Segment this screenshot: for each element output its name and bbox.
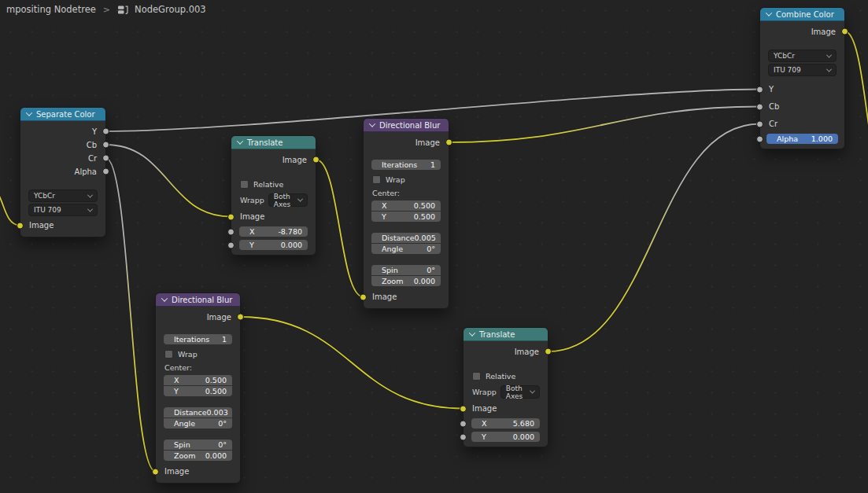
value-field[interactable]: Y0.500 — [371, 212, 441, 222]
field-y[interactable]: Y0.500 — [156, 386, 240, 396]
socket-label: Cr — [769, 120, 778, 128]
socket-out-cr[interactable] — [102, 155, 109, 162]
field-angle[interactable]: Angle0° — [156, 418, 240, 429]
field-y[interactable]: Y0.000 — [464, 432, 548, 442]
socket-in-image[interactable] — [17, 222, 24, 229]
value-field[interactable]: X5.680 — [471, 418, 540, 429]
value-field[interactable]: Zoom0.000 — [371, 276, 441, 286]
socket-out-image[interactable] — [445, 139, 452, 146]
socket-in-alpha[interactable] — [756, 135, 763, 142]
socket-out-image[interactable] — [237, 314, 244, 321]
socket-in-y[interactable] — [460, 433, 467, 440]
collapse-chevron-icon[interactable] — [766, 9, 772, 16]
value-field[interactable]: X-8.780 — [239, 226, 308, 237]
socket-out-cb[interactable] — [102, 142, 109, 149]
field-value: 0.500 — [205, 387, 227, 396]
socket-in-image[interactable] — [360, 293, 367, 300]
node-header[interactable]: Separate Color — [20, 108, 105, 121]
field-spin[interactable]: Spin0° — [364, 265, 449, 275]
dropdown-ycbcr[interactable]: YCbCr — [28, 189, 98, 202]
socket-out-alpha[interactable] — [102, 168, 109, 175]
socket-out-y[interactable] — [102, 128, 109, 135]
field-iterations[interactable]: Iterations1 — [364, 160, 449, 170]
node-header[interactable]: Directional Blur — [156, 293, 240, 307]
socket-in-y[interactable] — [227, 241, 235, 248]
socket-in-y[interactable] — [756, 86, 763, 93]
socket-in-cb[interactable] — [756, 103, 763, 110]
collapse-chevron-icon[interactable] — [237, 138, 243, 144]
row-gap — [156, 396, 240, 405]
value-field[interactable]: Spin0° — [371, 265, 441, 275]
field-distance[interactable]: Distance0.005 — [364, 233, 449, 243]
checkbox-wrap[interactable] — [372, 175, 381, 184]
field-x[interactable]: X-8.780 — [231, 226, 316, 237]
field-angle[interactable]: Angle0° — [364, 244, 449, 254]
dropdown-value: Both Axes — [506, 384, 530, 400]
value-field[interactable]: Y0.500 — [164, 386, 232, 396]
field-y[interactable]: Y0.500 — [364, 212, 449, 222]
breadcrumb-tree-name[interactable]: mpositing Nodetree — [6, 4, 96, 15]
node-header[interactable]: Combine Color — [760, 8, 844, 21]
checkbox-relative[interactable] — [472, 372, 481, 381]
node-combine-color[interactable]: Combine ColorImageYCbCrITU 709YCbCrAlpha… — [759, 7, 845, 149]
socket-in-image[interactable] — [460, 405, 467, 412]
field-spin[interactable]: Spin0° — [156, 440, 240, 450]
node-header[interactable]: Translate — [464, 328, 548, 341]
value-field[interactable]: Angle0° — [371, 244, 441, 254]
field-distance[interactable]: Distance0.003 — [156, 407, 240, 418]
node-header[interactable]: Translate — [231, 136, 316, 149]
dropdown-ycbcr[interactable]: YCbCr — [768, 50, 837, 62]
checkbox-relative[interactable] — [240, 180, 249, 189]
node-translate-2[interactable]: TranslateImageRelativeWrappBoth AxesImag… — [463, 327, 549, 447]
value-field[interactable]: X0.500 — [371, 201, 441, 211]
node-directional-blur-2[interactable]: Directional BlurImageIterations1WrapCent… — [155, 292, 241, 484]
field-alpha[interactable]: Alpha1.000 — [760, 134, 844, 144]
value-field[interactable]: Distance0.003 — [164, 407, 232, 418]
field-x[interactable]: X5.680 — [464, 418, 548, 429]
value-field[interactable]: X0.500 — [164, 375, 232, 385]
chevron-down-icon — [826, 52, 832, 57]
value-field[interactable]: Y0.000 — [239, 240, 308, 250]
output-row-cb: Cb — [20, 138, 105, 151]
collapse-chevron-icon[interactable] — [26, 109, 32, 116]
socket-in-x[interactable] — [227, 228, 235, 235]
value-field[interactable]: Alpha1.000 — [766, 134, 838, 144]
socket-out-image[interactable] — [545, 348, 552, 355]
value-field[interactable]: Zoom0.000 — [164, 451, 232, 461]
node-separate-color[interactable]: Separate ColorYCbCrAlphaYCbCrITU 709Imag… — [20, 107, 106, 237]
value-field[interactable]: Iterations1 — [371, 160, 441, 170]
collapse-chevron-icon[interactable] — [161, 295, 168, 301]
field-zoom[interactable]: Zoom0.000 — [364, 276, 449, 286]
socket-in-image[interactable] — [227, 213, 235, 220]
socket-in-image[interactable] — [152, 468, 159, 475]
value-field[interactable]: Distance0.005 — [371, 233, 441, 243]
node-header[interactable]: Directional Blur — [364, 119, 449, 132]
checkbox-label: Relative — [253, 180, 283, 189]
checkbox-wrap[interactable] — [164, 350, 173, 359]
value-field[interactable]: Iterations1 — [164, 334, 232, 344]
node-translate-1[interactable]: TranslateImageRelativeWrappBoth AxesImag… — [231, 135, 316, 256]
field-iterations[interactable]: Iterations1 — [156, 334, 240, 344]
socket-out-image[interactable] — [841, 28, 848, 35]
socket-in-x[interactable] — [460, 420, 467, 427]
value-field[interactable]: Y0.000 — [471, 432, 540, 442]
checkbox-row-wrap: Wrap — [364, 175, 449, 185]
value-field[interactable]: Spin0° — [164, 440, 232, 450]
field-x[interactable]: X0.500 — [364, 201, 449, 211]
dropdown-both-axes[interactable]: Both Axes — [268, 193, 308, 207]
field-y[interactable]: Y0.000 — [231, 240, 316, 250]
socket-in-cr[interactable] — [756, 120, 763, 127]
breadcrumb-group-name[interactable]: NodeGroup.003 — [135, 4, 206, 15]
field-zoom[interactable]: Zoom0.000 — [156, 451, 240, 461]
collapse-chevron-icon[interactable] — [369, 120, 375, 127]
node-directional-blur-1[interactable]: Directional BlurImageIterations1WrapCent… — [363, 118, 449, 309]
dropdown-itu-709[interactable]: ITU 709 — [28, 204, 98, 216]
field-x[interactable]: X0.500 — [156, 375, 240, 385]
dropdown-value: ITU 709 — [34, 206, 61, 214]
checkbox-row-relative: Relative — [231, 179, 316, 189]
dropdown-both-axes[interactable]: Both Axes — [500, 385, 540, 399]
value-field[interactable]: Angle0° — [164, 418, 232, 429]
socket-out-image[interactable] — [312, 156, 319, 164]
node-editor-canvas[interactable]: Separate ColorYCbCrAlphaYCbCrITU 709Imag… — [0, 0, 868, 493]
collapse-chevron-icon[interactable] — [469, 329, 475, 336]
